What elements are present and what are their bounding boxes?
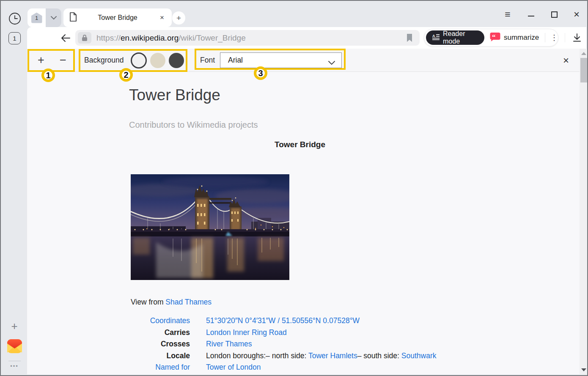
- reader-mode-icon: A: [432, 34, 440, 42]
- tower-bridge-photo: [131, 174, 289, 280]
- history-clock-icon[interactable]: [8, 12, 21, 25]
- annotation-badge-2: 2: [119, 68, 133, 82]
- url-text: https://en.wikipedia.org/wiki/Tower_Brid…: [96, 33, 246, 43]
- article-byline: Contributors to Wikimedia projects: [129, 120, 258, 130]
- bookmark-icon[interactable]: [406, 34, 413, 44]
- infobox-value: London Inner Ring Road: [206, 328, 287, 337]
- workspace-badge[interactable]: 1: [8, 32, 21, 44]
- back-button[interactable]: [60, 32, 71, 44]
- annotation-box-3: [195, 49, 346, 70]
- infobox-label: Crosses: [88, 340, 190, 349]
- annotation-badge-3: 3: [254, 66, 267, 80]
- article-link[interactable]: Tower Hamlets: [308, 351, 357, 360]
- article-link[interactable]: Southwark: [401, 351, 437, 360]
- page-title: Tower Bridge: [129, 86, 220, 104]
- mail-app-icon[interactable]: [7, 338, 22, 354]
- download-icon[interactable]: [571, 31, 583, 44]
- annotation-box-1: [27, 49, 75, 72]
- infobox-value: 51°30′20″N 0°4′31″W / 51.50556°N 0.07528…: [206, 316, 360, 325]
- url-path: /wiki/Tower_Bridge: [179, 33, 245, 42]
- reader-toolbar-close-icon[interactable]: ×: [558, 49, 574, 72]
- window-minimize-button[interactable]: [523, 2, 539, 27]
- reader-mode-button[interactable]: A Reader mode: [426, 30, 484, 45]
- summarize-button[interactable]: “ summarize: [490, 32, 539, 44]
- image-caption: View from Shad Thames: [131, 298, 212, 307]
- infobox-value: River Thames: [206, 340, 252, 349]
- article-link[interactable]: River Thames: [206, 340, 252, 348]
- address-bar-row: https://en.wikipedia.org/wiki/Tower_Brid…: [27, 27, 586, 49]
- reader-mode-label: Reader mode: [443, 30, 478, 45]
- svg-text:A: A: [432, 34, 435, 38]
- window-maximize-button[interactable]: [547, 2, 562, 27]
- tab-group-expand[interactable]: [46, 8, 61, 27]
- summarize-quote-icon: “: [490, 32, 500, 44]
- article-link[interactable]: Tower of London: [206, 363, 261, 371]
- sidebar-add-button[interactable]: +: [2, 320, 27, 333]
- infobox-value: London boroughs:– north side: Tower Haml…: [206, 351, 436, 360]
- tab-group-count: 1: [31, 13, 42, 23]
- tab-strip: 1 Tower Bridge × + ≡ ×: [2, 2, 586, 27]
- tab-group-badge[interactable]: 1: [27, 8, 46, 27]
- kebab-menu-icon[interactable]: ⋮: [550, 33, 558, 42]
- infobox-rows: Coordinates51°30′20″N 0°4′31″W / 51.5055…: [88, 316, 436, 374]
- chevron-down-icon: [51, 16, 57, 20]
- reader-content: Tower Bridge Contributors to Wikimedia p…: [27, 72, 580, 374]
- infobox-value: Tower of London: [206, 363, 261, 372]
- infobox-label[interactable]: Named for: [88, 363, 190, 372]
- page-icon: [69, 12, 77, 23]
- infobox-title: Tower Bridge: [129, 140, 471, 149]
- tab-tower-bridge[interactable]: Tower Bridge ×: [63, 8, 172, 27]
- infobox-label[interactable]: Coordinates: [88, 316, 190, 325]
- summarize-label: summarize: [504, 33, 539, 42]
- tab-title: Tower Bridge: [77, 14, 158, 22]
- table-row: CrossesRiver Thames: [88, 340, 436, 351]
- download-divider: [565, 33, 565, 42]
- pill-divider: [545, 33, 545, 42]
- page-actions-pill: A Reader mode “ summarize ⋮: [424, 29, 558, 47]
- sidebar-more-icon[interactable]: •••: [2, 363, 27, 369]
- new-tab-button[interactable]: +: [172, 11, 185, 25]
- window-close-button[interactable]: ×: [569, 2, 584, 27]
- article-link[interactable]: London Inner Ring Road: [206, 328, 287, 337]
- annotation-badge-1: 1: [41, 69, 55, 82]
- url-scheme: https://: [96, 33, 121, 42]
- sidebar: 1 + •••: [2, 27, 27, 374]
- table-row: LocaleLondon boroughs:– north side: Towe…: [88, 351, 436, 363]
- window-menu-icon[interactable]: ≡: [500, 2, 515, 27]
- table-row: Named forTower of London: [88, 363, 436, 374]
- table-row: CarriesLondon Inner Ring Road: [88, 328, 436, 340]
- tab-group-control[interactable]: 1: [27, 8, 61, 27]
- infobox-label: Carries: [88, 328, 190, 337]
- annotation-box-2: [79, 49, 187, 72]
- sidebar-divider: [8, 361, 21, 361]
- scroll-up-arrow[interactable]: [581, 52, 586, 55]
- scrollbar-thumb[interactable]: [580, 58, 587, 82]
- vertical-scrollbar[interactable]: [580, 49, 588, 374]
- table-row: Coordinates51°30′20″N 0°4′31″W / 51.5055…: [88, 316, 436, 328]
- url-host: en.wikipedia.org: [121, 33, 179, 42]
- browser-window: 1 Tower Bridge × + ≡ ×: [0, 0, 588, 376]
- tab-close-icon[interactable]: ×: [158, 14, 166, 22]
- svg-text:“: “: [492, 33, 496, 41]
- article-link[interactable]: 51°30′20″N 0°4′31″W / 51.50556°N 0.07528…: [206, 316, 360, 325]
- scroll-down-arrow[interactable]: [581, 368, 586, 371]
- infobox-label: Locale: [88, 351, 190, 360]
- url-field[interactable]: https://en.wikipedia.org/wiki/Tower_Brid…: [75, 30, 420, 46]
- caption-prefix: View from: [131, 298, 165, 306]
- lock-icon[interactable]: [78, 32, 91, 44]
- caption-link[interactable]: Shad Thames: [165, 298, 212, 306]
